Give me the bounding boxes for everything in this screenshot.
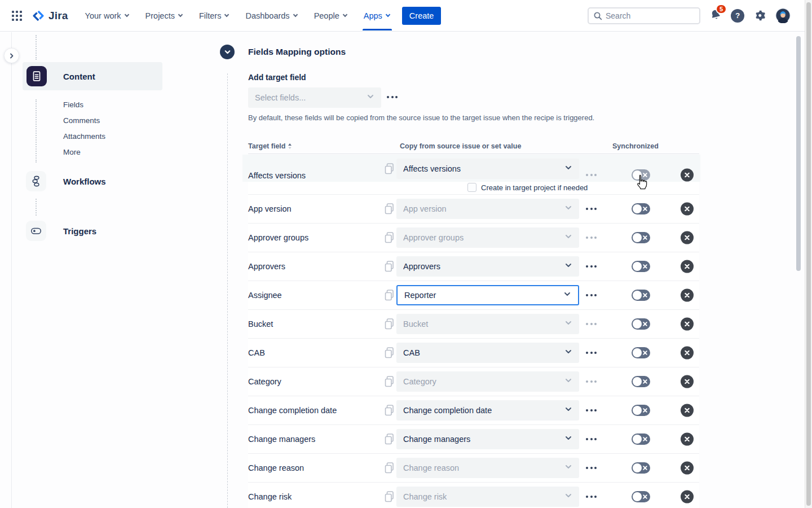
source-value-select[interactable]: Approvers bbox=[396, 256, 579, 277]
more-options-button[interactable] bbox=[586, 496, 597, 498]
copy-icon-button[interactable] bbox=[384, 376, 395, 388]
nav-item-people[interactable]: People bbox=[314, 10, 347, 22]
copy-icon-button[interactable] bbox=[384, 163, 395, 175]
content-scrollbar-thumb[interactable] bbox=[796, 36, 801, 271]
nav-item-your-work[interactable]: Your work bbox=[85, 10, 129, 22]
more-options-button[interactable] bbox=[586, 323, 597, 325]
source-value-select[interactable]: Reporter bbox=[396, 285, 579, 305]
source-value-select[interactable]: App version bbox=[396, 199, 579, 219]
gear-icon bbox=[753, 9, 766, 22]
source-value-select[interactable]: Affects versions bbox=[396, 159, 579, 179]
nav-item-label: Dashboards bbox=[245, 11, 289, 20]
copy-icon-button[interactable] bbox=[384, 318, 395, 330]
help-button[interactable]: ? bbox=[731, 9, 744, 23]
sidebar-label-triggers[interactable]: Triggers bbox=[63, 226, 96, 236]
nav-item-label: Your work bbox=[85, 11, 121, 20]
source-value-select[interactable]: Category bbox=[396, 371, 579, 392]
add-field-more-options-button[interactable] bbox=[387, 96, 398, 98]
workflow-icon[interactable] bbox=[26, 171, 46, 191]
source-value-select[interactable]: Change reason bbox=[396, 458, 579, 478]
more-options-button[interactable] bbox=[586, 352, 597, 354]
target-field-name: Change managers bbox=[248, 435, 315, 444]
search-box[interactable] bbox=[588, 7, 700, 24]
more-options-button[interactable] bbox=[586, 438, 597, 440]
sidebar-label-workflows[interactable]: Workflows bbox=[63, 177, 106, 186]
remove-field-button[interactable] bbox=[681, 433, 694, 446]
source-value-select[interactable]: Bucket bbox=[396, 314, 579, 334]
app-switcher-icon[interactable] bbox=[8, 7, 26, 25]
page-scrollbar-track[interactable] bbox=[805, 0, 812, 508]
source-value-select[interactable]: Change managers bbox=[396, 429, 579, 449]
more-options-button[interactable] bbox=[586, 380, 597, 383]
sidebar-label-content[interactable]: Content bbox=[63, 72, 95, 81]
trigger-toggle-icon[interactable] bbox=[26, 221, 46, 241]
search-input[interactable] bbox=[606, 11, 685, 20]
remove-field-button[interactable] bbox=[681, 347, 694, 360]
synchronized-toggle[interactable] bbox=[632, 318, 650, 330]
nav-item-apps[interactable]: Apps bbox=[364, 10, 390, 22]
remove-field-button[interactable] bbox=[681, 462, 694, 475]
expand-sidebar-button[interactable] bbox=[4, 48, 19, 63]
user-avatar[interactable] bbox=[775, 8, 791, 23]
create-button[interactable]: Create bbox=[402, 7, 442, 25]
synchronized-toggle[interactable] bbox=[632, 203, 650, 214]
remove-field-button[interactable] bbox=[681, 318, 694, 331]
remove-field-button[interactable] bbox=[681, 289, 694, 302]
settings-button[interactable] bbox=[753, 9, 766, 22]
sidebar-subitem-fields[interactable]: Fields bbox=[63, 100, 83, 109]
more-options-button[interactable] bbox=[586, 294, 597, 296]
synchronized-toggle[interactable] bbox=[632, 261, 650, 272]
sidebar-subitem-attachments[interactable]: Attachments bbox=[63, 132, 105, 141]
copy-icon-button[interactable] bbox=[384, 347, 395, 359]
notifications-button[interactable]: 5 bbox=[709, 8, 722, 23]
synchronized-toggle[interactable] bbox=[632, 491, 650, 502]
notification-count-badge: 5 bbox=[716, 4, 727, 14]
synchronized-toggle[interactable] bbox=[632, 376, 650, 387]
nav-item-filters[interactable]: Filters bbox=[199, 10, 228, 22]
remove-field-button[interactable] bbox=[681, 491, 694, 503]
synchronized-toggle[interactable] bbox=[632, 462, 650, 474]
page-scrollbar-thumb[interactable] bbox=[806, 2, 811, 506]
more-options-button[interactable] bbox=[586, 174, 597, 176]
synchronized-toggle[interactable] bbox=[632, 433, 650, 445]
remove-field-button[interactable] bbox=[681, 404, 694, 417]
synchronized-toggle[interactable] bbox=[632, 405, 650, 416]
x-icon bbox=[685, 437, 690, 442]
nav-item-dashboards[interactable]: Dashboards bbox=[245, 10, 297, 22]
collapse-section-button[interactable] bbox=[220, 45, 235, 59]
column-header-target-field[interactable]: Target field bbox=[248, 142, 292, 150]
source-value-select[interactable]: CAB bbox=[396, 343, 579, 363]
more-options-button[interactable] bbox=[586, 237, 597, 239]
create-in-target-checkbox[interactable] bbox=[467, 183, 476, 192]
synchronized-toggle[interactable] bbox=[632, 347, 650, 358]
copy-icon-button[interactable] bbox=[384, 491, 395, 503]
source-value-select[interactable]: Approver groups bbox=[396, 227, 579, 248]
add-field-select[interactable]: Select fields... bbox=[248, 87, 381, 108]
synchronized-toggle[interactable] bbox=[632, 169, 650, 181]
remove-field-button[interactable] bbox=[681, 375, 694, 388]
copy-icon bbox=[384, 405, 395, 417]
remove-field-button[interactable] bbox=[681, 231, 694, 244]
more-options-button[interactable] bbox=[586, 409, 597, 411]
synchronized-toggle[interactable] bbox=[632, 232, 650, 243]
more-options-button[interactable] bbox=[586, 208, 597, 210]
remove-field-button[interactable] bbox=[681, 169, 694, 182]
copy-icon-button[interactable] bbox=[384, 433, 395, 445]
source-value-select[interactable]: Change completion date bbox=[396, 400, 579, 421]
copy-icon-button[interactable] bbox=[384, 290, 395, 301]
copy-icon-button[interactable] bbox=[384, 203, 395, 215]
source-value-select[interactable]: Change risk bbox=[396, 487, 579, 507]
copy-icon-button[interactable] bbox=[384, 462, 395, 474]
remove-field-button[interactable] bbox=[681, 203, 694, 216]
jira-logo[interactable]: Jira bbox=[32, 9, 68, 23]
synchronized-toggle[interactable] bbox=[632, 290, 650, 301]
sidebar-subitem-comments[interactable]: Comments bbox=[63, 116, 100, 125]
more-options-button[interactable] bbox=[586, 265, 597, 268]
sidebar-subitem-more[interactable]: More bbox=[63, 148, 81, 156]
more-options-button[interactable] bbox=[586, 467, 597, 469]
copy-icon-button[interactable] bbox=[384, 405, 395, 417]
nav-item-projects[interactable]: Projects bbox=[145, 10, 182, 22]
copy-icon-button[interactable] bbox=[384, 261, 395, 273]
copy-icon-button[interactable] bbox=[384, 232, 395, 244]
remove-field-button[interactable] bbox=[681, 260, 694, 273]
